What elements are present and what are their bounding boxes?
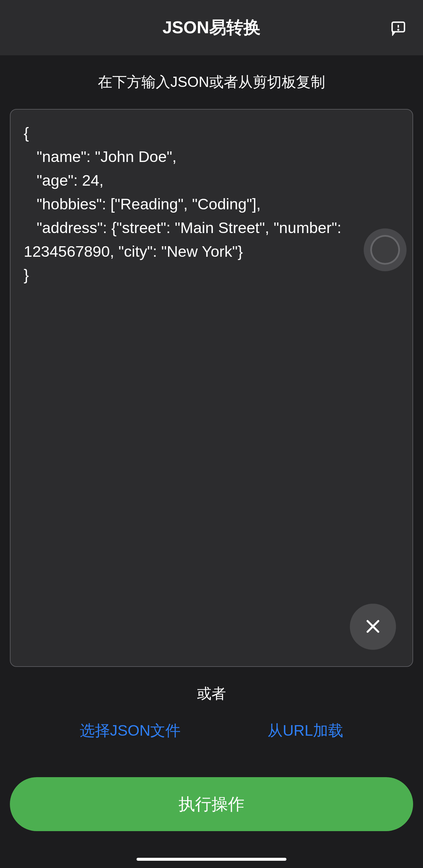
select-file-link[interactable]: 选择JSON文件	[80, 720, 181, 741]
or-divider-label: 或者	[10, 667, 413, 720]
json-input[interactable]	[10, 110, 413, 666]
clear-button[interactable]	[350, 604, 396, 650]
feedback-icon[interactable]	[390, 20, 406, 36]
close-icon	[364, 617, 382, 637]
json-input-container	[10, 109, 413, 667]
alternative-actions: 选择JSON文件 从URL加载	[10, 720, 413, 741]
instruction-label: 在下方输入JSON或者从剪切板复制	[10, 55, 413, 109]
execute-button-label: 执行操作	[178, 793, 245, 815]
svg-point-2	[398, 29, 399, 30]
home-indicator[interactable]	[137, 858, 287, 861]
main-content: 在下方输入JSON或者从剪切板复制 或者 选择JSON文件 从URL加载 执行操…	[0, 55, 423, 831]
assistive-touch-button[interactable]	[364, 228, 406, 271]
app-title: JSON易转换	[162, 16, 261, 39]
execute-button[interactable]: 执行操作	[10, 777, 413, 831]
assistive-touch-icon	[370, 235, 400, 265]
load-url-link[interactable]: 从URL加载	[267, 720, 343, 741]
app-header: JSON易转换	[0, 0, 423, 55]
